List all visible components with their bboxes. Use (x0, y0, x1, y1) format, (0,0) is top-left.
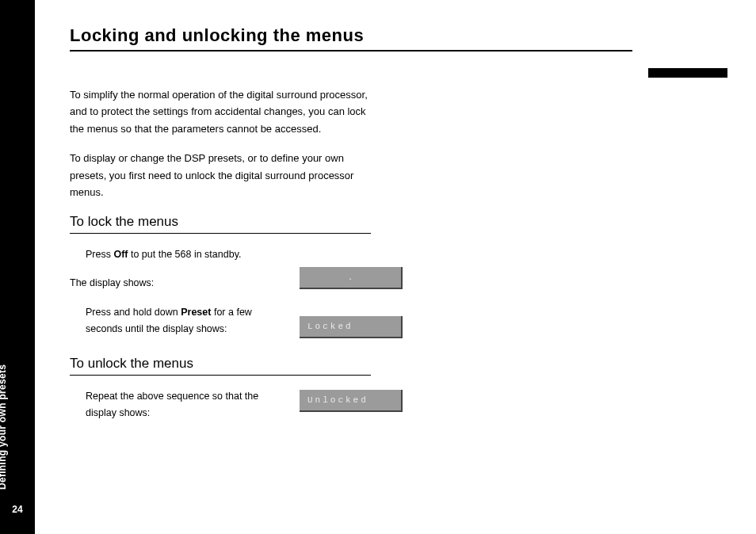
page-number: 24 (0, 504, 35, 515)
display-standby: . (300, 267, 403, 289)
title-accent-block (648, 68, 727, 78)
display-unlocked: Unlocked (300, 390, 403, 412)
lock-steps: Press Off to put the 568 in standby. The… (70, 246, 450, 338)
side-tab: Defining your own presets 24 (0, 0, 35, 534)
off-button-ref: Off (113, 249, 128, 260)
lock-step-press: Press Off to put the 568 in standby. (86, 246, 284, 263)
title-underline (70, 50, 632, 51)
section-underline-2 (70, 375, 371, 376)
display-locked: Locked (300, 316, 403, 338)
unlock-steps: Repeat the above sequence so that the di… (70, 388, 450, 421)
intro-block: To simplify the normal operation of the … (70, 86, 371, 201)
preset-button-ref: Preset (181, 307, 211, 318)
page-title: Locking and unlocking the menus (70, 25, 727, 46)
lock-display-shows: The display shows: (70, 275, 268, 292)
lock-heading: To lock the menus (70, 214, 727, 230)
page-content: Locking and unlocking the menus To simpl… (70, 25, 727, 421)
intro-paragraph-2: To display or change the DSP presets, or… (70, 150, 371, 200)
side-tab-label: Defining your own presets (0, 364, 8, 490)
intro-paragraph-1: To simplify the normal operation of the … (70, 86, 371, 137)
section-underline (70, 233, 371, 234)
unlock-heading: To unlock the menus (70, 356, 727, 372)
lock-step-hold: Press and hold down Preset for a few sec… (86, 304, 284, 337)
unlock-step-repeat: Repeat the above sequence so that the di… (86, 388, 284, 421)
